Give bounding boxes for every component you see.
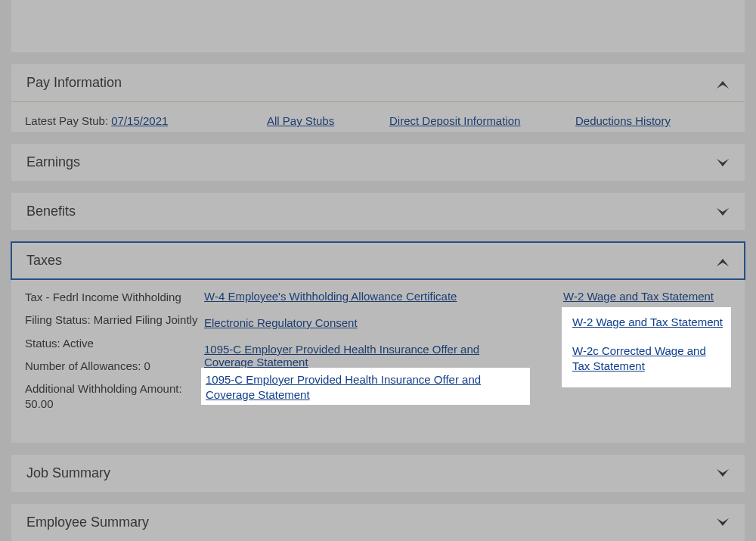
pay-information-header[interactable]: Pay Information <box>11 64 745 101</box>
chevron-down-icon <box>716 157 731 168</box>
benefits-panel: Benefits <box>11 192 745 231</box>
pay-information-title: Pay Information <box>26 75 122 91</box>
latest-pay-stub-date-link[interactable]: 07/15/2021 <box>111 114 168 127</box>
earnings-header[interactable]: Earnings <box>11 144 745 181</box>
job-summary-title: Job Summary <box>26 465 110 481</box>
benefits-header[interactable]: Benefits <box>11 193 745 230</box>
taxes-header[interactable]: Taxes <box>11 242 745 279</box>
employee-summary-panel: Employee Summary <box>11 503 745 542</box>
tax-line-allowances: Number of Allowances: 0 <box>25 359 204 374</box>
chevron-down-icon <box>716 207 731 217</box>
w2-link[interactable]: W-2 Wage and Tax Statement <box>563 290 714 303</box>
latest-pay-stub-label: Latest Pay Stub: <box>25 114 111 127</box>
chevron-up-icon <box>716 256 731 266</box>
direct-deposit-link[interactable]: Direct Deposit Information <box>389 114 520 127</box>
earnings-title: Earnings <box>26 154 80 170</box>
chevron-down-icon <box>716 468 731 478</box>
employee-summary-title: Employee Summary <box>26 515 149 530</box>
benefits-title: Benefits <box>26 204 76 219</box>
tax-line-status: Status: Active <box>25 336 204 351</box>
employee-summary-header[interactable]: Employee Summary <box>11 504 745 541</box>
taxes-w2-column: W-2 Wage and Tax Statement W-2c Correcte… <box>563 290 731 420</box>
deductions-history-link[interactable]: Deductions History <box>575 114 671 127</box>
taxes-body: Tax - Fedrl Income Withholding Filing St… <box>11 279 745 443</box>
taxes-forms-column: W-4 Employee's Withholding Allowance Cer… <box>204 290 563 420</box>
1095c-link[interactable]: 1095-C Employer Provided Health Insuranc… <box>204 343 479 368</box>
blank-panel-above <box>11 0 745 53</box>
taxes-panel: Taxes Tax - Fedrl Income Withholding Fil… <box>11 241 745 443</box>
chevron-up-icon <box>716 78 731 89</box>
pay-information-body: Latest Pay Stub: 07/15/2021 All Pay Stub… <box>11 102 745 132</box>
tax-line-additional: Additional Withholding Amount: 50.00 <box>25 381 204 412</box>
taxes-details-column: Tax - Fedrl Income Withholding Filing St… <box>25 290 204 420</box>
tax-line-withholding: Tax - Fedrl Income Withholding <box>25 290 204 305</box>
w2c-link[interactable]: W-2c Corrected Wage and Tax Statement <box>563 316 717 342</box>
w4-link[interactable]: W-4 Employee's Withholding Allowance Cer… <box>204 290 457 303</box>
earnings-panel: Earnings <box>11 143 745 182</box>
taxes-title: Taxes <box>26 253 62 269</box>
pay-information-panel: Pay Information Latest Pay Stub: 07/15/2… <box>11 64 745 132</box>
job-summary-header[interactable]: Job Summary <box>11 455 745 492</box>
chevron-down-icon <box>716 517 731 527</box>
job-summary-panel: Job Summary <box>11 454 745 493</box>
all-pay-stubs-link[interactable]: All Pay Stubs <box>267 114 334 127</box>
tax-line-filing-status: Filing Status: Married Filing Jointly <box>25 312 204 328</box>
electronic-regulatory-consent-link[interactable]: Electronic Regulatory Consent <box>204 316 358 329</box>
